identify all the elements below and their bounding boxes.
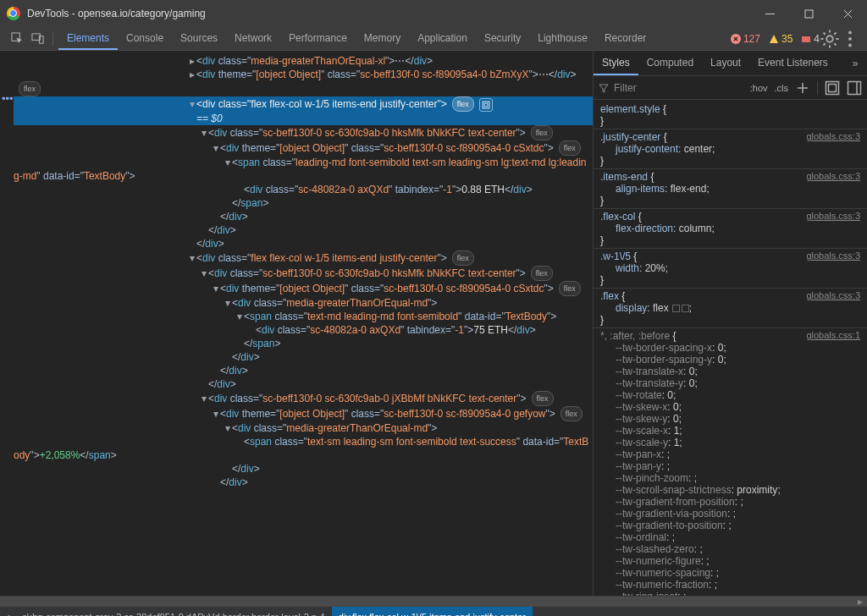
source-link[interactable]: globals.css:3 xyxy=(806,250,860,262)
caret-open-icon[interactable] xyxy=(224,421,232,435)
dom-line[interactable]: <span class="text-md leading-md font-sem… xyxy=(14,310,593,323)
elements-tree[interactable]: <div class="media-greaterThanOrEqual-xl"… xyxy=(14,51,593,596)
caret-closed-icon[interactable] xyxy=(188,68,196,81)
tab-performance[interactable]: Performance xyxy=(280,27,356,50)
flex-badge[interactable]: flex xyxy=(19,81,41,96)
breadcrumb-item[interactable]: e\:bg-component-gray-2.sc-28def951-0.dAP… xyxy=(15,607,332,616)
breadcrumbs[interactable]: ◂ e\:bg-component-gray-2.sc-28def951-0.d… xyxy=(0,606,867,616)
style-rule[interactable]: element.style {} xyxy=(594,102,867,129)
more-tabs-icon[interactable]: » xyxy=(843,51,867,75)
source-link[interactable]: globals.css:3 xyxy=(806,290,860,302)
flex-badge[interactable]: flex xyxy=(559,281,581,296)
dom-line[interactable]: <div class="media-greaterThanOrEqual-md"… xyxy=(14,296,593,310)
scroll-thumb[interactable] xyxy=(0,597,867,606)
breadcrumb-left-icon[interactable]: ◂ xyxy=(0,611,15,616)
scroll-right-icon[interactable]: ▸ xyxy=(853,597,867,606)
dom-line[interactable]: <span class="leading-md font-semibold te… xyxy=(14,156,593,183)
breadcrumb-item-active[interactable]: div.flex.flex-col.w-1\/5.items-end.justi… xyxy=(332,607,533,616)
flex-badge[interactable]: flex xyxy=(452,96,474,112)
scroll-into-view-icon[interactable] xyxy=(479,98,493,112)
error-count[interactable]: 127 xyxy=(731,33,760,45)
source-link[interactable]: globals.css:1 xyxy=(806,330,860,342)
dom-line[interactable]: </div> xyxy=(14,237,593,250)
source-link[interactable]: globals.css:3 xyxy=(806,171,860,183)
styles-tab-styles[interactable]: Styles xyxy=(594,51,638,75)
caret-open-icon[interactable] xyxy=(200,126,208,140)
maximize-button[interactable] xyxy=(789,0,828,27)
style-rule[interactable]: .justify-center {globals.css:3justify-co… xyxy=(594,129,867,169)
device-icon[interactable] xyxy=(27,27,47,51)
kebab-icon[interactable] xyxy=(840,29,860,49)
source-link[interactable]: globals.css:3 xyxy=(806,211,860,223)
caret-open-icon[interactable] xyxy=(235,310,244,323)
cls-toggle[interactable]: .cls xyxy=(775,83,789,93)
styles-tab-event-listeners[interactable]: Event Listeners xyxy=(749,51,837,75)
tab-recorder[interactable]: Recorder xyxy=(596,27,654,50)
caret-open-icon[interactable] xyxy=(200,392,208,405)
tab-elements[interactable]: Elements xyxy=(58,27,118,50)
caret-open-icon[interactable] xyxy=(188,97,196,111)
tab-sources[interactable]: Sources xyxy=(172,27,226,50)
caret-open-icon[interactable] xyxy=(224,156,232,169)
dom-line[interactable]: </div> xyxy=(14,223,593,237)
flex-badge[interactable]: flex xyxy=(452,250,474,266)
sidebar-toggle-icon[interactable] xyxy=(847,80,862,96)
caret-open-icon[interactable] xyxy=(200,267,208,280)
horizontal-scrollbar[interactable]: ◂ ▸ xyxy=(0,596,867,606)
issue-counts[interactable]: 127 35 4 xyxy=(731,33,820,45)
dom-line[interactable]: <div class="sc-48082a-0 axQXd" tabindex=… xyxy=(14,323,593,337)
dom-line[interactable]: </div> xyxy=(14,377,593,391)
caret-open-icon[interactable] xyxy=(212,141,220,155)
style-rule[interactable]: .flex-col {globals.css:3flex-direction: … xyxy=(594,209,867,249)
caret-open-icon[interactable] xyxy=(188,251,196,265)
tab-memory[interactable]: Memory xyxy=(356,27,409,50)
styles-tab-layout[interactable]: Layout xyxy=(702,51,749,75)
flex-badge[interactable]: flex xyxy=(531,125,553,140)
minimize-button[interactable] xyxy=(750,0,789,27)
flex-badge[interactable]: flex xyxy=(561,406,583,421)
dom-line[interactable]: <div class="sc-48082a-0 axQXd" tabindex=… xyxy=(14,183,593,196)
gear-icon[interactable] xyxy=(820,29,840,49)
source-link[interactable]: globals.css:3 xyxy=(806,131,860,143)
flex-badge[interactable]: flex xyxy=(532,391,554,406)
dom-line[interactable]: </span> xyxy=(14,196,593,210)
dom-line[interactable]: </span> xyxy=(14,337,593,350)
inspect-icon[interactable] xyxy=(7,27,27,51)
dom-line[interactable]: <div class="sc-beff130f-0 sc-630fc9ab-0 … xyxy=(14,266,593,281)
dom-line[interactable]: </div> xyxy=(14,350,593,364)
dom-line[interactable]: </div> xyxy=(14,210,593,223)
dom-line[interactable]: <div theme="[object Object]" class="sc-b… xyxy=(14,281,593,296)
close-button[interactable] xyxy=(828,0,867,27)
dom-line[interactable]: <div class="sc-beff130f-0 sc-630fc9ab-0 … xyxy=(14,125,593,140)
filter-input[interactable]: Filter xyxy=(599,82,745,94)
dom-line[interactable]: <div theme="[object Object]" class="sc-b… xyxy=(14,140,593,156)
info-count[interactable]: 4 xyxy=(801,33,820,45)
hov-toggle[interactable]: :hov xyxy=(750,83,768,93)
styles-tab-computed[interactable]: Computed xyxy=(638,51,702,75)
caret-closed-icon[interactable] xyxy=(188,54,196,68)
caret-open-icon[interactable] xyxy=(212,407,220,421)
dom-line[interactable]: <div class="media-greaterThanOrEqual-md"… xyxy=(14,421,593,435)
dom-line[interactable]: <div class="sc-beff130f-0 sc-630fc9ab-0 … xyxy=(14,391,593,406)
style-rule[interactable]: .w-1\/5 {globals.css:3width: 20%;} xyxy=(594,249,867,289)
dom-line[interactable]: </div> xyxy=(14,476,593,489)
dom-line[interactable]: <div class="flex flex-col w-1/5 items-en… xyxy=(14,250,593,266)
dom-line[interactable]: <div class="flex flex-col w-1/5 items-en… xyxy=(14,96,593,125)
dom-line[interactable]: </div> xyxy=(14,364,593,377)
style-rule[interactable]: *, :after, :before {globals.css:1--tw-bo… xyxy=(594,328,867,596)
tab-console[interactable]: Console xyxy=(118,27,172,50)
style-rules[interactable]: element.style {}.justify-center {globals… xyxy=(594,100,867,596)
caret-open-icon[interactable] xyxy=(212,282,220,295)
tab-network[interactable]: Network xyxy=(226,27,280,50)
dom-line[interactable]: <div theme="[object Object]" class="sc-b… xyxy=(14,68,593,96)
flex-badge[interactable]: flex xyxy=(559,140,581,156)
dom-line[interactable]: <div theme="[object Object]" class="sc-b… xyxy=(14,406,593,421)
tab-application[interactable]: Application xyxy=(409,27,476,50)
dom-line[interactable]: <span class="text-sm leading-sm font-sem… xyxy=(14,435,593,462)
style-rule[interactable]: .items-end {globals.css:3align-items: fl… xyxy=(594,169,867,209)
style-rule[interactable]: .flex {globals.css:3display: flex;} xyxy=(594,289,867,328)
tab-lighthouse[interactable]: Lighthouse xyxy=(529,27,596,50)
tab-security[interactable]: Security xyxy=(476,27,529,50)
warning-count[interactable]: 35 xyxy=(769,33,792,45)
caret-open-icon[interactable] xyxy=(224,296,232,310)
